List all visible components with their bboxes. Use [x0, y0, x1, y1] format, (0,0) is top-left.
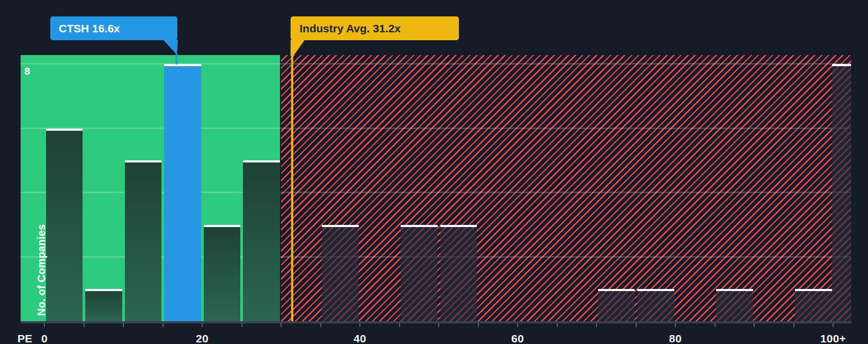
- x-tick-mark: [517, 323, 518, 327]
- histogram-bar[interactable]: [243, 160, 280, 321]
- histogram-bar[interactable]: [598, 289, 635, 321]
- histogram-bar[interactable]: [832, 64, 851, 321]
- x-tick-mark: [202, 323, 203, 327]
- x-tick-label: 100+: [809, 332, 857, 344]
- histogram-bar[interactable]: [795, 289, 832, 321]
- x-tick-mark: [281, 323, 282, 327]
- x-tick-mark: [636, 323, 637, 327]
- histogram-bar[interactable]: [85, 289, 122, 321]
- x-tick-mark: [162, 323, 164, 327]
- industry-tooltip-label: Industry Avg. 31.2x: [300, 22, 401, 34]
- industry-tooltip-pointer: [291, 40, 305, 56]
- x-tick-mark: [675, 323, 676, 327]
- histogram-bar[interactable]: [46, 129, 83, 322]
- x-tick-label: 60: [494, 332, 541, 344]
- company-tooltip-label: CTSH 16.6x: [59, 22, 120, 34]
- x-tick-mark: [241, 323, 242, 327]
- histogram-bar[interactable]: [322, 225, 359, 321]
- x-tick-mark: [399, 323, 400, 327]
- histogram-bar[interactable]: [401, 225, 438, 321]
- y-axis-title: No. of Companies: [35, 224, 48, 316]
- x-tick-mark: [320, 323, 321, 327]
- above-average-zone-hatched: [281, 55, 852, 322]
- histogram-bar[interactable]: [125, 160, 162, 321]
- x-axis-line: [21, 321, 852, 323]
- x-tick-mark: [596, 323, 597, 327]
- histogram-bar[interactable]: [204, 225, 241, 321]
- x-tick-mark: [359, 323, 360, 327]
- industry-average-line: [291, 50, 294, 321]
- x-tick-mark: [438, 323, 439, 327]
- x-axis-title: PE: [17, 332, 32, 344]
- histogram-bar[interactable]: [637, 289, 674, 321]
- x-tick-mark: [793, 323, 794, 327]
- x-tick-mark: [557, 323, 558, 327]
- industry-tooltip: Industry Avg. 31.2x: [291, 16, 459, 40]
- gridline-6: [21, 128, 851, 129]
- x-tick-mark: [84, 323, 85, 327]
- y-axis-max-tick-label: 8: [24, 66, 30, 77]
- x-tick-label: 40: [336, 332, 384, 344]
- x-tick-label: 20: [178, 332, 226, 344]
- x-tick-label: 80: [652, 332, 699, 344]
- x-tick-mark: [478, 323, 479, 327]
- histogram-bar[interactable]: [440, 225, 477, 321]
- x-tick-mark: [123, 323, 124, 327]
- histogram-bar-company[interactable]: [164, 64, 201, 321]
- x-tick-mark: [44, 323, 45, 327]
- histogram-bar[interactable]: [716, 289, 753, 321]
- x-tick-mark: [754, 323, 755, 327]
- x-tick-mark: [715, 323, 716, 327]
- company-tooltip: CTSH 16.6x: [50, 16, 177, 40]
- pe-histogram-chart: 020406080100+ PE 8 No. of Companies CTSH…: [0, 0, 868, 344]
- gridline-8: [21, 63, 851, 65]
- x-tick-mark: [833, 323, 834, 327]
